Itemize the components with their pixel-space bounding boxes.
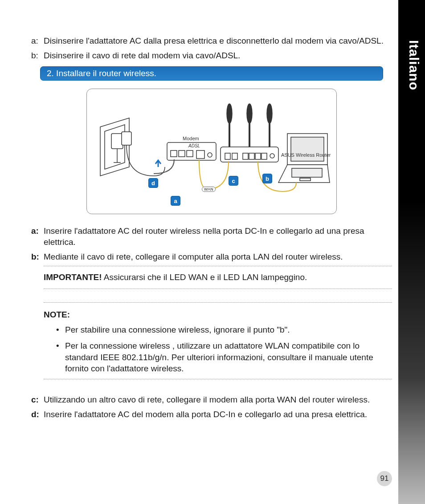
language-side-tab: Italiano [398,0,425,504]
bullet-icon: • [56,324,65,336]
intro-b-text: Disinserire il cavo di rete dal modem vi… [44,50,392,61]
note-list: • Per stabilire una connessione wireless… [56,324,392,374]
list-item: • Per stabilire una connessione wireless… [56,324,392,336]
svg-point-15 [270,154,274,158]
svg-rect-9 [225,153,230,159]
step-heading: 2. Installare il router wireless. [40,66,383,81]
step-item-b: b: Mediante il cavo di rete, collegare i… [31,252,392,263]
step-d-text: Inserire l'adattatore AC del modem alla … [44,409,392,420]
step-c-label: c: [31,394,44,406]
diagram-wan-tag: WAN [202,187,216,192]
step-a-text: Inserire l'adattatore AC del router wire… [44,226,392,248]
page-number: 91 [380,474,389,483]
step-d-label: d: [31,409,44,420]
svg-rect-10 [232,153,237,159]
intro-item-a: a: Disinserire l'adattatore AC dalla pre… [31,36,392,47]
step-item-d: d: Inserire l'adattatore AC del modem al… [31,409,392,420]
step-b-text: Mediante il cavo di rete, collegare il c… [44,252,392,263]
intro-b-label: b: [31,50,44,61]
svg-rect-6 [196,150,204,159]
step-item-a: a: Inserire l'adattatore AC del router w… [31,226,392,248]
diagram-marker-d: d [148,178,158,188]
note-1-text: Per stabilire una connessione wireless, … [65,324,290,336]
diagram-marker-a: a [171,196,180,206]
step-heading-text: 2. Installare il router wireless. [47,69,156,78]
step-item-c: c: Utilizzando un altro cavo di rete, co… [31,394,392,406]
intro-item-b: b: Disinserire il cavo di rete dal modem… [31,50,392,61]
divider [44,379,392,379]
diagram-svg [87,89,336,214]
step-c-text: Utilizzando un altro cavo di rete, colle… [44,394,392,406]
svg-rect-4 [179,150,185,157]
diagram-modem-label: Modem [183,136,199,141]
page-content: a: Disinserire l'adattatore AC dalla pre… [31,36,392,423]
diagram-router-label: ASUS Wireless Router [281,152,331,158]
page-number-badge: 91 [377,471,392,486]
note-2-text: Per la connessione wireless , utilizzare… [65,340,392,374]
important-note: IMPORTANTE! Assicurarsi che il LED WAN e… [44,272,392,282]
important-text: Assicurarsi che il LED WAN e il LED LAN … [102,272,307,282]
svg-point-18 [267,104,272,123]
diagram-adsl-label: ADSL [188,143,200,148]
divider [44,302,392,303]
svg-rect-14 [262,153,267,159]
diagram-marker-c: c [229,176,238,186]
important-label: IMPORTANTE! [44,272,102,282]
list-item: • Per la connessione wireless , utilizza… [56,340,392,374]
svg-rect-0 [111,134,123,149]
svg-rect-1 [122,132,131,145]
language-label: Italiano [406,40,421,90]
diagram-container: Modem ADSL ASUS Wireless Router WAN d a … [31,89,392,214]
svg-rect-12 [249,153,254,159]
svg-rect-11 [243,153,248,159]
manual-page: Italiano a: Disinserire l'adattatore AC … [0,0,425,504]
intro-a-label: a: [31,36,44,47]
diagram-marker-b: b [262,174,272,183]
svg-rect-13 [255,153,261,159]
svg-rect-3 [171,150,177,157]
svg-point-7 [208,153,212,157]
divider [44,266,392,266]
step-a-label: a: [31,226,44,248]
svg-rect-5 [187,150,193,157]
svg-point-16 [227,104,232,123]
svg-rect-21 [300,178,311,181]
bullet-icon: • [56,340,65,374]
wiring-diagram: Modem ADSL ASUS Wireless Router WAN d a … [86,89,337,214]
intro-a-text: Disinserire l'adattatore AC dalla presa … [44,36,392,47]
svg-rect-20 [292,168,322,177]
note-heading: NOTE: [44,310,392,320]
step-b-label: b: [31,252,44,263]
divider [44,289,392,289]
svg-point-17 [247,104,252,123]
